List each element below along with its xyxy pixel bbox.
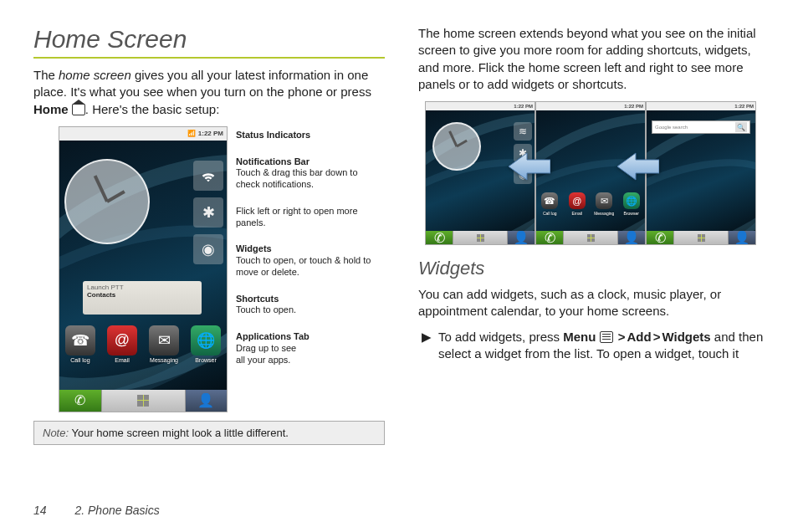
bullet-menu: Menu: [563, 330, 596, 344]
status-time: 1:22 PM: [734, 104, 754, 109]
wallpaper: ✱ ◉ Launch PTT Contacts ☎Call log @Email…: [59, 141, 227, 390]
widgets-bullet: ▶ To add widgets, press Menu >Add>Widget…: [422, 329, 770, 363]
callout-short-b: Touch to open.: [236, 304, 378, 316]
intro-home: Home: [33, 102, 69, 116]
gt-icon: >: [616, 330, 627, 344]
shortcut-label: Call log: [70, 357, 90, 363]
shortcut-browser: 🌐Browser: [187, 325, 224, 363]
callout-apps-t: Applications Tab: [236, 331, 378, 343]
bullet-a: To add widgets, press: [438, 330, 563, 344]
shortcut-label: Email: [571, 211, 582, 216]
arrow-left-icon: [509, 151, 550, 182]
callout-notif: Notifications BarTouch & drag this bar d…: [236, 156, 378, 191]
wifi-icon: [193, 161, 223, 191]
status-time: 1:22 PM: [198, 130, 223, 137]
bullet-arrow-icon: ▶: [422, 329, 432, 345]
callout-apps-b2: all your apps.: [236, 355, 378, 366]
intro-a: The: [33, 68, 59, 82]
status-time: 1:22 PM: [514, 104, 533, 109]
right-para2: You can add widgets, such as a clock, mu…: [418, 286, 770, 320]
home-icon: [72, 104, 85, 115]
triple-panels: 1:22 PM ≋ ✱ ◉ ✆👤 1:22 PM ☎Call log: [425, 101, 770, 245]
arrow-left-icon: [617, 151, 659, 182]
status-time: 1:22 PM: [624, 104, 643, 109]
callout-shortcuts: ShortcutsTouch to open.: [236, 294, 378, 317]
bottom-bar: ✆ 👤: [59, 390, 227, 412]
phone-mockup: 📶 1:22 PM ✱ ◉ Launch PTT Co: [59, 126, 228, 412]
callout-notif-b: Touch & drag this bar down to check noti…: [236, 167, 378, 191]
shortcut-label: Call log: [543, 211, 557, 216]
panel-right: 1:22 PM Google search🔍 ✆👤: [646, 101, 756, 245]
heading-widgets: Widgets: [418, 258, 770, 279]
contacts-button: 👤: [186, 390, 228, 412]
callout-widgets-t: Widgets: [236, 243, 378, 255]
shortcut-calllog: ☎Call log: [62, 325, 99, 363]
gps-icon: ◉: [193, 234, 223, 264]
shortcut-email: @Email: [104, 325, 141, 363]
status-bar: 📶 1:22 PM: [59, 127, 227, 141]
search-placeholder: Google search: [655, 125, 688, 130]
heading-rule: [33, 57, 385, 59]
callout-short-t: Shortcuts: [236, 294, 378, 305]
widget-l2: Contacts: [87, 291, 197, 299]
shortcut-label: Browser: [624, 211, 639, 216]
right-para1: The home screen extends beyond what you …: [418, 25, 770, 93]
svg-marker-1: [617, 153, 659, 180]
ptt-widget: Launch PTT Contacts: [83, 281, 202, 315]
intro-c: . Here's the basic setup:: [85, 102, 219, 116]
note-lead: Note:: [43, 427, 69, 439]
note-box: Note: Your home screen might look a litt…: [33, 421, 385, 445]
widget-l1: Launch PTT: [87, 284, 197, 291]
menu-icon: [600, 331, 613, 343]
callout-flick: Flick left or right to open more panels.: [236, 206, 378, 229]
section-title: 2. Phone Basics: [74, 504, 159, 517]
google-search: Google search🔍: [652, 120, 750, 134]
callout-status: Status Indicators: [236, 130, 378, 141]
clock-widget: [64, 159, 150, 244]
bullet-widgets: Widgets: [662, 330, 710, 344]
note-body: Your home screen might look a little dif…: [69, 427, 289, 439]
shortcut-label: Messaging: [594, 211, 614, 216]
bluetooth-icon: ✱: [193, 197, 223, 228]
wifi-icon: ≋: [514, 122, 532, 141]
page-footer: 14 2. Phone Basics: [33, 504, 160, 517]
intro-paragraph: The home screen gives you all your lates…: [33, 67, 385, 118]
phone-figure: 📶 1:22 PM ✱ ◉ Launch PTT Co: [59, 126, 385, 412]
apps-tab: [101, 390, 186, 412]
shortcut-messaging: ✉Messaging: [146, 325, 182, 363]
shortcut-label: Email: [115, 357, 130, 363]
shortcut-label: Messaging: [150, 357, 178, 363]
callout-notif-t: Notifications Bar: [236, 156, 378, 168]
callout-widgets-b: Touch to open, or touch & hold to move o…: [236, 255, 378, 279]
signal-icon: 📶: [187, 130, 196, 137]
shortcut-label: Browser: [195, 357, 217, 363]
callout-widgets: WidgetsTouch to open, or touch & hold to…: [236, 243, 378, 278]
intro-em: home screen: [59, 68, 131, 82]
callout-apps-b1: Drag up to see: [236, 343, 378, 355]
dial-button: ✆: [59, 390, 101, 412]
svg-marker-0: [509, 153, 550, 180]
gt-icon: >: [652, 330, 662, 344]
callout-apps: Applications TabDrag up to seeall your a…: [236, 331, 378, 366]
heading-home-screen: Home Screen: [33, 25, 385, 54]
callout-status-t: Status Indicators: [236, 130, 378, 141]
bullet-add: Add: [627, 330, 652, 344]
page-number: 14: [33, 504, 47, 517]
search-icon: 🔍: [735, 122, 747, 132]
